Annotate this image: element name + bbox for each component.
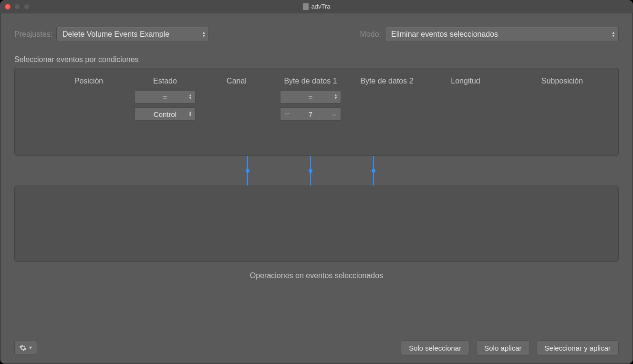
document-icon (303, 3, 309, 10)
select-and-apply-button[interactable]: Seleccionar y aplicar (537, 340, 619, 355)
window-title-text: advTra (311, 3, 331, 10)
mode-value: Eliminar eventos seleccionados (391, 30, 498, 39)
window-title: advTra (0, 3, 633, 10)
data1-value-stepper[interactable]: ﹀ 7 ︿ (280, 107, 341, 121)
close-icon[interactable] (5, 4, 10, 10)
chevron-updown-icon: ▲▼ (188, 94, 192, 100)
divider-handle[interactable] (310, 156, 311, 186)
data1-operator-value: = (309, 93, 313, 101)
titlebar: advTra (0, 0, 633, 13)
window-controls (0, 4, 30, 10)
divider-zone (14, 156, 619, 186)
minimize-icon[interactable] (14, 4, 20, 10)
stepper-down-icon[interactable]: ﹀ (280, 111, 294, 118)
state-operator-select[interactable]: = ▲▼ (135, 90, 196, 104)
chevron-updown-icon: ▲▼ (202, 31, 206, 38)
header-row: Preajustes: Delete Volume Events Example… (14, 27, 619, 42)
conditions-headers: Posición Estado Canal Byte de datos 1 By… (15, 74, 618, 88)
col-position: Posición (48, 74, 129, 88)
data1-operator-select[interactable]: = ▲▼ (280, 90, 341, 104)
content-area: Preajustes: Delete Volume Events Example… (0, 13, 633, 280)
presets-value: Delete Volume Events Example (62, 30, 169, 39)
col-channel: Canal (201, 74, 272, 88)
col-data1: Byte de datos 1 (272, 74, 349, 88)
col-length: Longitud (425, 74, 506, 88)
operations-panel (14, 186, 619, 262)
divider-handle[interactable] (373, 156, 374, 186)
zoom-icon[interactable] (24, 4, 30, 10)
col-subposition: Subposición (506, 74, 618, 88)
apply-only-button[interactable]: Solo aplicar (476, 340, 529, 355)
chevron-updown-icon: ▲▼ (188, 111, 192, 117)
mode-label: Modo: (360, 30, 381, 39)
footer-bar: ▼ Solo seleccionar Solo aplicar Seleccio… (14, 340, 619, 355)
state-value-select[interactable]: Control ▲▼ (135, 107, 196, 121)
conditions-title: Seleccionar eventos por condiciones (14, 55, 619, 64)
col-state: Estado (129, 74, 201, 88)
state-operator-value: = (163, 93, 167, 101)
data1-value: 7 (294, 110, 327, 118)
select-only-button[interactable]: Solo seleccionar (401, 340, 469, 355)
chevron-down-icon: ▼ (29, 345, 33, 350)
mode-select[interactable]: Eliminar eventos seleccionados ▲▼ (385, 27, 619, 42)
operations-title: Operaciones en eventos seleccionados (14, 271, 619, 280)
chevron-updown-icon: ▲▼ (334, 94, 338, 100)
conditions-panel: Posición Estado Canal Byte de datos 1 By… (14, 68, 619, 156)
col-data2: Byte de datos 2 (349, 74, 425, 88)
presets-label: Preajustes: (14, 30, 52, 39)
divider-handle[interactable] (247, 156, 248, 186)
gear-icon (19, 344, 27, 352)
stepper-up-icon[interactable]: ︿ (327, 111, 341, 118)
app-window: advTra Preajustes: Delete Volume Events … (0, 0, 633, 364)
settings-menu-button[interactable]: ▼ (14, 341, 37, 355)
presets-select[interactable]: Delete Volume Events Example ▲▼ (56, 27, 209, 42)
state-value: Control (154, 110, 176, 118)
chevron-updown-icon: ▲▼ (612, 31, 615, 38)
